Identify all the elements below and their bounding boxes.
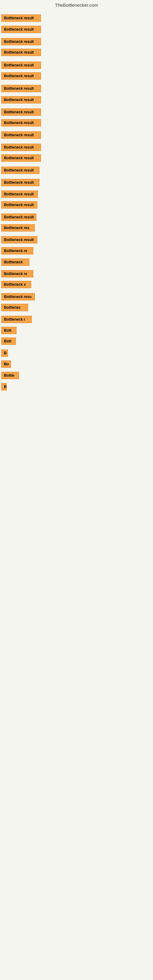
bottleneck-result-item[interactable]: Bottleneck result bbox=[1, 191, 38, 199]
bottleneck-badge: Bottleneck resu bbox=[1, 293, 35, 301]
bottleneck-badge: Bottleneck re bbox=[1, 270, 33, 277]
bottleneck-result-item[interactable]: Bottleneck result bbox=[1, 131, 41, 140]
bottleneck-badge: Bottleneck result bbox=[1, 85, 41, 92]
bottleneck-badge: Bottleneck result bbox=[1, 191, 38, 198]
bottleneck-badge: Bottleneck result bbox=[1, 236, 37, 243]
bottleneck-badge: Bottleneck result bbox=[1, 131, 41, 139]
bottleneck-badge: Bottleneck result bbox=[1, 179, 40, 186]
bottleneck-result-item[interactable]: Bottleneck result bbox=[1, 236, 37, 245]
bottleneck-badge: Bottlenec bbox=[1, 304, 28, 311]
bottleneck-result-item[interactable]: Bottleneck result bbox=[1, 14, 41, 23]
bottleneck-badge: Bott bbox=[1, 337, 16, 345]
bottleneck-badge: Bottleneck result bbox=[1, 38, 41, 45]
bottleneck-badge: Bottleneck result bbox=[1, 213, 37, 221]
bottleneck-badge: Bottleneck result bbox=[1, 26, 41, 33]
bottleneck-result-item[interactable]: Bottlenec bbox=[1, 304, 28, 312]
bottleneck-result-item[interactable]: Bo bbox=[1, 360, 11, 369]
bottleneck-result-item[interactable]: B bbox=[1, 383, 7, 392]
bottleneck-badge: Bottleneck result bbox=[1, 167, 40, 174]
bottleneck-badge: Bottleneck result bbox=[1, 14, 41, 22]
bottleneck-badge: Bottleneck result bbox=[1, 201, 37, 208]
bottleneck-result-item[interactable]: Bottleneck result bbox=[1, 179, 40, 188]
bottleneck-badge: B bbox=[1, 383, 7, 390]
bottleneck-result-item[interactable]: Bottleneck result bbox=[1, 154, 41, 163]
bottleneck-badge: Bottleneck s bbox=[1, 281, 31, 288]
bottleneck-result-item[interactable]: Bottleneck result bbox=[1, 85, 41, 94]
bottleneck-badge: Bottleneck re bbox=[1, 247, 33, 255]
bottleneck-result-item[interactable]: Bottleneck result bbox=[1, 144, 41, 152]
bottleneck-result-item[interactable]: Bottleneck result bbox=[1, 49, 41, 57]
bottleneck-result-item[interactable]: Bottleneck result bbox=[1, 213, 37, 222]
site-title: TheBottlenecker.com bbox=[0, 0, 153, 9]
bottleneck-badge: Bottleneck result bbox=[1, 72, 41, 80]
bottleneck-badge: Bo bbox=[1, 360, 11, 368]
bottleneck-result-item[interactable]: Bottleneck result bbox=[1, 26, 41, 34]
bottleneck-result-item[interactable]: Bottleneck result bbox=[1, 167, 40, 175]
bottleneck-result-item[interactable]: Bottleneck s bbox=[1, 281, 31, 290]
bottleneck-result-item[interactable]: B bbox=[1, 350, 8, 358]
bottleneck-badge: Bottleneck result bbox=[1, 49, 41, 56]
bottleneck-badge: Bottleneck result bbox=[1, 108, 41, 116]
bottleneck-result-item[interactable]: Bottleneck r bbox=[1, 316, 32, 324]
bottleneck-badge: Bottleneck r bbox=[1, 316, 32, 323]
bottleneck-result-item[interactable]: Bottleneck result bbox=[1, 62, 41, 70]
bottleneck-result-item[interactable]: Bott bbox=[1, 337, 16, 346]
bottleneck-badge: Bottleneck bbox=[1, 258, 29, 266]
bottleneck-result-item[interactable]: Bottleneck result bbox=[1, 201, 37, 210]
bottleneck-result-item[interactable]: Bottleneck result bbox=[1, 96, 41, 105]
bottleneck-result-item[interactable]: Bottleneck resu bbox=[1, 293, 35, 302]
bottleneck-result-item[interactable]: Bottleneck result bbox=[1, 38, 41, 46]
bottleneck-result-item[interactable]: Bottleneck res bbox=[1, 224, 35, 233]
bottleneck-result-item[interactable]: Bott bbox=[1, 327, 16, 335]
bottleneck-badge: Bott bbox=[1, 327, 16, 334]
bottleneck-badge: Bottleneck result bbox=[1, 119, 41, 126]
bottleneck-badge: Bottleneck result bbox=[1, 154, 41, 162]
bottleneck-badge: Bottle bbox=[1, 372, 19, 379]
bottleneck-result-item[interactable]: Bottleneck result bbox=[1, 108, 41, 117]
bottleneck-result-item[interactable]: Bottleneck re bbox=[1, 270, 33, 279]
bottleneck-result-item[interactable]: Bottleneck bbox=[1, 258, 29, 267]
bottleneck-badge: Bottleneck result bbox=[1, 96, 41, 103]
bottleneck-result-item[interactable]: Bottle bbox=[1, 372, 19, 380]
bottleneck-badge: B bbox=[1, 350, 8, 357]
bottleneck-badge: Bottleneck res bbox=[1, 224, 35, 232]
bottleneck-badge: Bottleneck result bbox=[1, 144, 41, 151]
bottleneck-result-item[interactable]: Bottleneck re bbox=[1, 247, 33, 256]
bottleneck-result-item[interactable]: Bottleneck result bbox=[1, 119, 41, 128]
bottleneck-result-item[interactable]: Bottleneck result bbox=[1, 72, 41, 81]
bottleneck-badge: Bottleneck result bbox=[1, 62, 41, 69]
